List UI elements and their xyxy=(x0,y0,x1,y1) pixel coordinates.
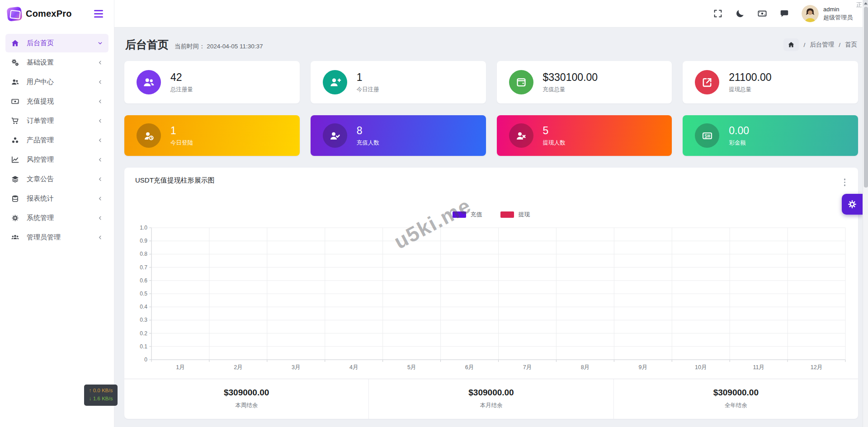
money-check-icon: $ xyxy=(695,123,719,148)
cluster-icon xyxy=(11,136,21,145)
svg-text:11月: 11月 xyxy=(753,364,764,371)
sidebar-item-6[interactable]: 风控管理 xyxy=(5,150,108,169)
page-title: 后台首页 xyxy=(125,38,169,52)
sidebar-item-label: 产品管理 xyxy=(27,136,54,145)
svg-text:0.3: 0.3 xyxy=(140,317,147,323)
summary-label: 本月结余 xyxy=(369,402,613,409)
svg-text:0.5: 0.5 xyxy=(140,291,147,297)
legend-item[interactable]: 充值 xyxy=(453,211,482,219)
breadcrumb: / 后台管理 / 首页 xyxy=(783,38,857,51)
stat-label: 总注册量 xyxy=(170,86,193,94)
settings-gear-button[interactable] xyxy=(842,194,863,215)
gears-icon xyxy=(11,58,21,67)
sidebar-item-label: 用户中心 xyxy=(27,78,54,86)
sidebar-item-label: 订单管理 xyxy=(27,117,54,125)
chevron-left-icon xyxy=(97,99,103,104)
scrollbar-up-arrow[interactable] xyxy=(863,0,868,6)
gradient-card: 5提现人数 xyxy=(497,115,672,156)
sidebar-item-1[interactable]: 基础设置 xyxy=(5,53,108,72)
layers-icon xyxy=(11,175,21,184)
svg-text:0.9: 0.9 xyxy=(140,238,147,244)
sidebar-item-5[interactable]: 产品管理 xyxy=(5,131,108,150)
summary-value: $309000.00 xyxy=(124,388,368,398)
svg-text:9月: 9月 xyxy=(639,364,647,371)
cash-icon[interactable] xyxy=(757,9,767,19)
gradient-card: 1今日登陆 xyxy=(124,115,300,156)
chat-icon[interactable] xyxy=(779,9,789,19)
stat-card: 42总注册量 xyxy=(124,61,300,103)
moon-icon[interactable] xyxy=(735,9,745,19)
sidebar-item-label: 风控管理 xyxy=(27,155,54,164)
stat-label: 充值人数 xyxy=(357,139,379,147)
user-menu[interactable]: admin 超级管理员 xyxy=(802,5,853,22)
kebab-menu-icon[interactable] xyxy=(842,178,848,187)
sidebar-item-3[interactable]: 充值提现 xyxy=(5,92,108,111)
chart-line-icon xyxy=(11,155,21,164)
sidebar-item-7[interactable]: 文章公告 xyxy=(5,170,108,188)
sidebar-item-label: 报表统计 xyxy=(27,194,54,203)
stat-label: 彩金额 xyxy=(729,139,749,147)
svg-text:6月: 6月 xyxy=(465,364,474,371)
breadcrumb-separator: / xyxy=(839,42,840,48)
app-logo[interactable]: ComexPro xyxy=(7,7,72,21)
chevron-left-icon xyxy=(97,79,103,85)
sidebar-item-10[interactable]: 管理员管理 xyxy=(5,228,108,247)
svg-text:10月: 10月 xyxy=(695,364,707,371)
svg-text:0.7: 0.7 xyxy=(140,264,147,271)
users-icon xyxy=(11,78,21,87)
user-x-icon xyxy=(509,123,533,148)
chevron-left-icon xyxy=(97,157,103,163)
network-speed-badge: ↑ 0.0 KB/s ↓ 1.6 KB/s xyxy=(84,385,118,406)
svg-text:8月: 8月 xyxy=(581,364,590,371)
summary-cell: $309000.00本月结余 xyxy=(368,379,613,419)
sidebar-item-4[interactable]: 订单管理 xyxy=(5,112,108,130)
sidebar-item-0[interactable]: 后台首页 xyxy=(5,34,108,52)
hamburger-menu-icon[interactable] xyxy=(92,8,105,19)
sidebar-item-8[interactable]: 报表统计 xyxy=(5,189,108,208)
sidebar-menu: 后台首页基础设置用户中心充值提现订单管理产品管理风控管理文章公告报表统计系统管理… xyxy=(0,28,114,253)
gradient-cards-row: 1今日登陆8充值人数5提现人数$0.00彩金额 xyxy=(124,115,858,156)
svg-text:0.2: 0.2 xyxy=(140,330,147,337)
user-role: 超级管理员 xyxy=(823,14,853,22)
app-name: ComexPro xyxy=(26,9,72,19)
breadcrumb-home-icon[interactable] xyxy=(783,38,799,51)
scrollbar-thumb[interactable] xyxy=(864,7,868,188)
svg-text:1月: 1月 xyxy=(176,364,184,371)
stat-card: 1今日注册 xyxy=(311,61,486,103)
gear-icon xyxy=(11,214,21,223)
chart-area: 1.00.90.80.70.60.50.40.30.20.101月2月3月4月5… xyxy=(136,225,846,372)
sidebar: ComexPro 后台首页基础设置用户中心充值提现订单管理产品管理风控管理文章公… xyxy=(0,0,114,427)
sidebar-item-label: 系统管理 xyxy=(27,214,54,222)
svg-text:4月: 4月 xyxy=(349,364,358,371)
page-head: 后台首页 当前时间： 2024-04-05 11:30:37 / 后台管理 / … xyxy=(125,38,857,52)
breadcrumb-item[interactable]: 后台管理 xyxy=(810,41,834,49)
current-time: 当前时间： 2024-04-05 11:30:37 xyxy=(175,42,263,51)
breadcrumb-item[interactable]: 首页 xyxy=(845,41,857,49)
external-link-icon xyxy=(695,70,719,94)
svg-text:0.4: 0.4 xyxy=(140,304,147,310)
stat-value: $330100.00 xyxy=(543,71,598,84)
stat-label: 今日注册 xyxy=(357,86,379,94)
stat-label: 今日登陆 xyxy=(170,139,193,147)
main-area: admin 超级管理员 后台首页 当前时间： 2024-04-05 11:30:… xyxy=(114,0,868,427)
avatar xyxy=(802,5,819,22)
wallet-icon xyxy=(509,70,533,94)
stat-value: 21100.00 xyxy=(729,71,771,84)
chart-title: USDT充值提现柱形展示图 xyxy=(135,176,215,185)
svg-text:5月: 5月 xyxy=(407,364,416,371)
cash-icon xyxy=(11,97,21,106)
logo-row: ComexPro xyxy=(0,0,114,28)
logo-icon xyxy=(7,6,23,21)
sidebar-item-9[interactable]: 系统管理 xyxy=(5,209,108,227)
svg-text:7月: 7月 xyxy=(523,364,532,371)
stat-card: 21100.00提现总量 xyxy=(683,61,858,103)
legend-item[interactable]: 提现 xyxy=(500,211,530,219)
summary-value: $309000.00 xyxy=(614,388,858,398)
content: 后台首页 当前时间： 2024-04-05 11:30:37 / 后台管理 / … xyxy=(114,28,868,427)
clipped-text: 正 xyxy=(856,1,862,9)
scrollbar[interactable] xyxy=(863,0,868,427)
fullscreen-icon[interactable] xyxy=(713,9,723,19)
stat-value: 1 xyxy=(170,125,193,137)
sidebar-item-2[interactable]: 用户中心 xyxy=(5,73,108,91)
svg-text:0.6: 0.6 xyxy=(140,277,147,284)
